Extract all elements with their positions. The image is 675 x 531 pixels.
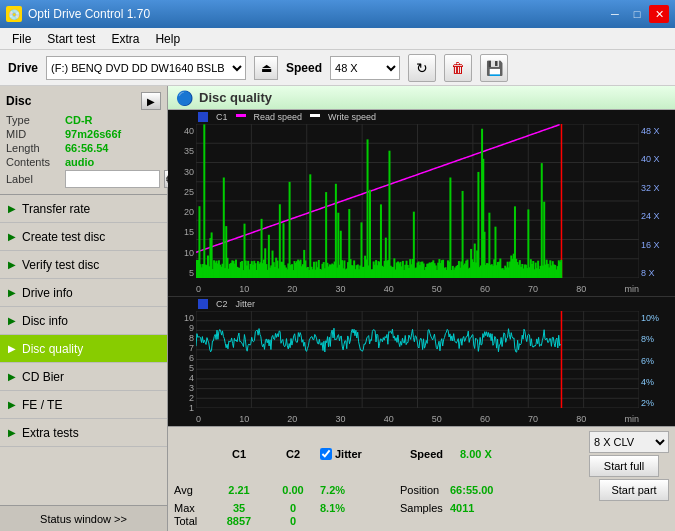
sidebar-item-cd-bier[interactable]: ▶ CD Bier <box>0 363 167 391</box>
c1-legend-label: C1 <box>216 112 228 122</box>
chart2-y-labels: 10 9 8 7 6 5 4 3 2 1 <box>168 313 196 408</box>
sidebar-item-extra-tests[interactable]: ▶ Extra tests <box>0 419 167 447</box>
chart2-legend: C2 Jitter <box>198 299 255 309</box>
sidebar-item-label: FE / TE <box>22 398 62 412</box>
read-speed-legend-box <box>236 114 246 117</box>
window-title: Opti Drive Control 1.70 <box>28 7 150 21</box>
chart2-y-labels-right: 10% 8% 6% 4% 2% <box>639 313 675 408</box>
drive-select[interactable]: (F:) BENQ DVD DD DW1640 BSLB <box>46 56 246 80</box>
menu-extra[interactable]: Extra <box>103 30 147 48</box>
nav-arrow-icon: ▶ <box>8 315 16 326</box>
sidebar: Disc ▶ Type CD-R MID 97m26s66f Length 66… <box>0 86 168 531</box>
erase-button[interactable]: 🗑 <box>444 54 472 82</box>
read-speed-legend-label: Read speed <box>254 112 303 122</box>
chart1-y-labels: 40 35 30 25 20 15 10 5 <box>168 126 196 278</box>
disc-type-value: CD-R <box>65 114 93 126</box>
chart1-y-labels-right: 48 X 40 X 32 X 24 X 16 X 8 X <box>639 126 675 278</box>
speed-header: Speed <box>410 448 460 460</box>
disc-panel-button[interactable]: ▶ <box>141 92 161 110</box>
sidebar-item-create-test-disc[interactable]: ▶ Create test disc <box>0 223 167 251</box>
jitter-legend-label: Jitter <box>236 299 256 309</box>
avg-c1: 2.21 <box>212 484 266 496</box>
nav-arrow-icon: ▶ <box>8 287 16 298</box>
sidebar-item-label: Disc info <box>22 314 68 328</box>
stats-total-row: Total 8857 0 <box>174 515 669 527</box>
menu-help[interactable]: Help <box>147 30 188 48</box>
main-content: Disc ▶ Type CD-R MID 97m26s66f Length 66… <box>0 86 675 531</box>
start-part-button[interactable]: Start part <box>599 479 669 501</box>
chart2-x-unit: min <box>624 414 639 424</box>
disc-mid-label: MID <box>6 128 61 140</box>
status-window-button[interactable]: Status window >> <box>0 505 167 531</box>
sidebar-item-disc-quality[interactable]: ▶ Disc quality <box>0 335 167 363</box>
jitter-checkbox[interactable] <box>320 448 332 460</box>
max-label: Max <box>174 502 212 514</box>
chart1-container: 40 35 30 25 20 15 10 5 48 X 40 X 32 X 24… <box>168 110 675 296</box>
drive-bar: Drive (F:) BENQ DVD DD DW1640 BSLB ⏏ Spe… <box>0 50 675 86</box>
sidebar-item-label: CD Bier <box>22 370 64 384</box>
start-full-button[interactable]: Start full <box>589 455 659 477</box>
nav-arrow-icon: ▶ <box>8 231 16 242</box>
c1-legend-box <box>198 112 208 122</box>
sidebar-item-label: Verify test disc <box>22 258 99 272</box>
title-bar: 💿 Opti Drive Control 1.70 ─ □ ✕ <box>0 0 675 28</box>
disc-contents-label: Contents <box>6 156 61 168</box>
speed-val: 8.00 X <box>460 448 510 460</box>
speed-clv-select[interactable]: 8 X CLV <box>589 431 669 453</box>
total-c1: 8857 <box>212 515 266 527</box>
stats-header-row: C1 C2 Jitter Speed 8.00 X 8 X CLV Start … <box>174 431 669 477</box>
minimize-button[interactable]: ─ <box>605 5 625 23</box>
position-val: 66:55.00 <box>450 484 493 496</box>
write-speed-legend-box <box>310 114 320 117</box>
total-label: Total <box>174 515 212 527</box>
nav-arrow-icon: ▶ <box>8 259 16 270</box>
sidebar-item-label: Disc quality <box>22 342 83 356</box>
position-label: Position <box>400 484 450 496</box>
max-jitter: 8.1% <box>320 502 400 514</box>
sidebar-item-label: Create test disc <box>22 230 105 244</box>
avg-jitter: 7.2% <box>320 484 400 496</box>
menu-bar: File Start test Extra Help <box>0 28 675 50</box>
sidebar-item-verify-test-disc[interactable]: ▶ Verify test disc <box>0 251 167 279</box>
c2-legend-label: C2 <box>216 299 228 309</box>
menu-start-test[interactable]: Start test <box>39 30 103 48</box>
chart2-container: 10 9 8 7 6 5 4 3 2 1 10% 8% 6% 4% <box>168 296 675 426</box>
speed-dropdown-row: 8 X CLV <box>589 431 669 453</box>
refresh-button[interactable]: ↻ <box>408 54 436 82</box>
speed-label: Speed <box>286 61 322 75</box>
sidebar-item-fe-te[interactable]: ▶ FE / TE <box>0 391 167 419</box>
disc-quality-icon: 🔵 <box>176 90 193 106</box>
menu-file[interactable]: File <box>4 30 39 48</box>
save-button[interactable]: 💾 <box>480 54 508 82</box>
stats-c2-header: C2 <box>266 448 320 460</box>
eject-button[interactable]: ⏏ <box>254 56 278 80</box>
chart2-canvas <box>196 311 639 408</box>
sidebar-item-label: Drive info <box>22 286 73 300</box>
jitter-checkbox-row: Jitter <box>320 448 400 460</box>
sidebar-item-transfer-rate[interactable]: ▶ Transfer rate <box>0 195 167 223</box>
sidebar-item-disc-info[interactable]: ▶ Disc info <box>0 307 167 335</box>
sidebar-item-label: Extra tests <box>22 426 79 440</box>
sidebar-item-label: Transfer rate <box>22 202 90 216</box>
nav-arrow-icon: ▶ <box>8 399 16 410</box>
avg-label: Avg <box>174 484 212 496</box>
disc-quality-title: Disc quality <box>199 90 272 105</box>
disc-label-input[interactable] <box>65 170 160 188</box>
maximize-button[interactable]: □ <box>627 5 647 23</box>
stats-bar: C1 C2 Jitter Speed 8.00 X 8 X CLV Start … <box>168 426 675 531</box>
disc-contents-value: audio <box>65 156 94 168</box>
disc-length-value: 66:56.54 <box>65 142 108 154</box>
sidebar-item-drive-info[interactable]: ▶ Drive info <box>0 279 167 307</box>
stats-max-row: Max 35 0 8.1% Samples 4011 <box>174 502 669 514</box>
app-icon: 💿 <box>6 6 22 22</box>
jitter-header: Jitter <box>335 448 362 460</box>
speed-select[interactable]: 48 X <box>330 56 400 80</box>
chart1-x-unit: min <box>624 284 639 294</box>
chart1-canvas <box>196 124 639 278</box>
close-button[interactable]: ✕ <box>649 5 669 23</box>
disc-label-label: Label <box>6 173 61 185</box>
nav-arrow-icon: ▶ <box>8 203 16 214</box>
c2-legend-box <box>198 299 208 309</box>
chart1-x-labels: 0 10 20 30 40 50 60 70 80 min <box>196 284 639 294</box>
write-speed-legend-label: Write speed <box>328 112 376 122</box>
